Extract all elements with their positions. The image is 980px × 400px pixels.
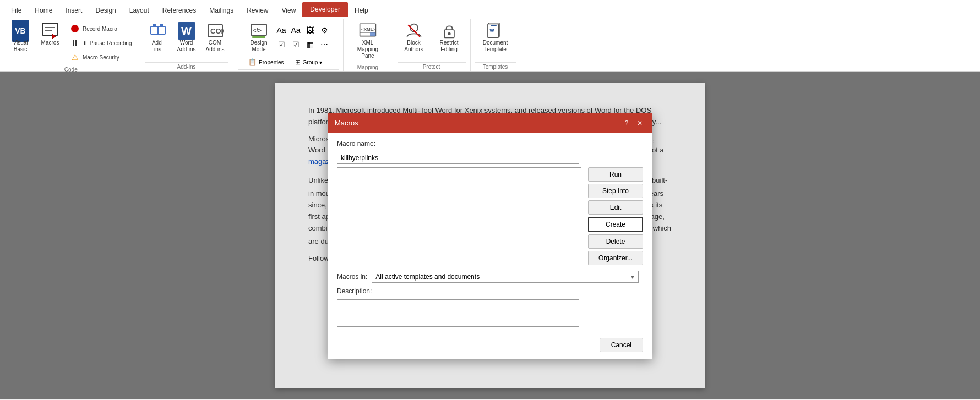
- dialog-help-button[interactable]: ?: [621, 118, 632, 129]
- code-small-btns: Record Macro ⏸ Pause Recording ⚠: [66, 22, 135, 64]
- control-combo-icon[interactable]: ▦: [303, 38, 317, 51]
- tab-help[interactable]: Help: [348, 4, 375, 17]
- record-macro-button[interactable]: Record Macro: [66, 22, 135, 35]
- ribbon-container: File Home Insert Design Layout Reference…: [0, 0, 980, 72]
- record-macro-icon: [69, 23, 80, 34]
- macro-security-button[interactable]: ⚠ Macro Security: [66, 51, 135, 64]
- svg-text:COM: COM: [210, 27, 224, 35]
- run-button[interactable]: Run: [588, 167, 643, 182]
- protect-group-content: BlockAuthors RestrictEditing: [398, 19, 466, 62]
- design-mode-button[interactable]: </> DesignMode: [245, 20, 273, 55]
- group-label: Group ▾: [303, 59, 323, 65]
- dialog-footer-buttons: Cancel: [337, 333, 643, 352]
- control-check2-icon[interactable]: ☑: [289, 38, 302, 51]
- templates-group-label: Templates: [475, 62, 516, 71]
- svg-rect-25: [491, 25, 497, 26]
- tab-layout[interactable]: Layout: [123, 4, 156, 17]
- dialog-title: Macros: [335, 119, 358, 127]
- word-add-ins-button[interactable]: W WordAdd-ins: [173, 20, 200, 55]
- tab-mailings[interactable]: Mailings: [203, 4, 240, 17]
- com-add-ins-button[interactable]: COM COMAdd-ins: [202, 20, 228, 55]
- ribbon-group-templates: W DocumentTemplate Templates: [471, 19, 520, 71]
- word-add-ins-icon: W: [178, 22, 195, 40]
- xml-mapping-icon: <XML>: [359, 22, 377, 40]
- step-into-button[interactable]: Step Into: [588, 184, 643, 198]
- restrict-editing-icon: [440, 22, 458, 40]
- add-ins-button[interactable]: Add-ins: [145, 20, 171, 55]
- properties-icon: 📋: [248, 58, 257, 66]
- word-add-ins-label: WordAdd-ins: [177, 40, 196, 53]
- pause-recording-button[interactable]: ⏸ Pause Recording: [66, 36, 135, 50]
- tab-review[interactable]: Review: [240, 4, 275, 17]
- macro-list[interactable]: [337, 167, 581, 266]
- description-label: Description:: [337, 287, 372, 295]
- properties-button[interactable]: 📋 Properties: [245, 57, 287, 67]
- macros-icon: [41, 22, 59, 40]
- xml-mapping-label: XML MappingPane: [351, 40, 384, 59]
- control-aa-icon[interactable]: Aa: [275, 24, 288, 37]
- control-legacy-icon[interactable]: ⚙: [318, 24, 331, 37]
- macros-in-select[interactable]: All active templates and documents Norma…: [372, 271, 639, 283]
- svg-text:</>: </>: [253, 27, 262, 34]
- document-template-icon: W: [487, 22, 504, 40]
- block-authors-icon: [405, 22, 423, 40]
- svg-point-22: [448, 32, 450, 35]
- macros-button[interactable]: Macros: [36, 20, 64, 48]
- addins-group-label: Add-ins: [145, 62, 228, 71]
- macro-name-row: Macro name:: [337, 140, 643, 147]
- macros-in-select-wrapper: All active templates and documents Norma…: [372, 271, 639, 283]
- tab-developer[interactable]: Developer: [302, 2, 348, 17]
- tab-file[interactable]: File: [4, 4, 28, 17]
- description-input-row: [337, 299, 643, 327]
- xml-mapping-button[interactable]: <XML> XML MappingPane: [348, 20, 388, 62]
- dialog-close-button[interactable]: ✕: [634, 118, 645, 129]
- cancel-button[interactable]: Cancel: [600, 338, 643, 352]
- create-button[interactable]: Create: [588, 217, 643, 232]
- macros-dialog: Macros ? ✕ Macro name:: [328, 113, 652, 359]
- restrict-editing-label: RestrictEditing: [440, 40, 459, 53]
- dialog-left-panel: [337, 167, 581, 266]
- mapping-group-label: Mapping: [348, 63, 388, 72]
- visual-basic-button[interactable]: VB VisualBasic: [7, 20, 34, 55]
- block-authors-label: BlockAuthors: [404, 40, 423, 53]
- block-authors-button[interactable]: BlockAuthors: [398, 20, 431, 55]
- tab-view[interactable]: View: [275, 4, 303, 17]
- main-area: In 1981, Microsoft introduced Multi-Tool…: [0, 72, 980, 399]
- dialog-header: Macros ? ✕: [328, 113, 652, 133]
- control-more-icon[interactable]: ⋯: [318, 38, 331, 51]
- macro-security-icon: ⚠: [69, 52, 80, 63]
- macro-name-input-row: [337, 152, 643, 164]
- design-mode-icon: </>: [250, 22, 268, 40]
- group-button[interactable]: ⊞ Group ▾: [292, 57, 326, 67]
- tab-home[interactable]: Home: [28, 4, 59, 17]
- organizer-button[interactable]: Organizer...: [588, 251, 643, 265]
- addins-group-content: Add-ins W WordAdd-ins COM COMAdd-: [145, 19, 228, 62]
- macro-security-label: Macro Security: [83, 54, 119, 61]
- macro-name-input[interactable]: [337, 152, 579, 164]
- tab-insert[interactable]: Insert: [59, 4, 89, 17]
- group-icon: ⊞: [295, 58, 301, 66]
- restrict-editing-button[interactable]: RestrictEditing: [433, 20, 466, 55]
- delete-button[interactable]: Delete: [588, 234, 643, 249]
- ribbon-group-controls: </> DesignMode Aa Aa 🖼 ⚙: [233, 19, 344, 71]
- document-template-button[interactable]: W DocumentTemplate: [476, 20, 515, 55]
- tab-bar: File Home Insert Design Layout Reference…: [0, 0, 980, 17]
- svg-text:<XML>: <XML>: [361, 27, 376, 32]
- tab-design[interactable]: Design: [89, 4, 122, 17]
- mapping-group-content: <XML> XML MappingPane: [348, 19, 388, 63]
- tab-references[interactable]: References: [156, 4, 203, 17]
- properties-label: Properties: [259, 59, 284, 65]
- control-check-icon[interactable]: ☑: [275, 38, 288, 51]
- templates-group-content: W DocumentTemplate: [476, 19, 515, 62]
- ribbon-group-mapping: <XML> XML MappingPane Mapping: [344, 19, 393, 71]
- control-image-icon[interactable]: 🖼: [303, 24, 317, 37]
- control-aa2-icon[interactable]: Aa: [289, 24, 302, 37]
- visual-basic-label: VisualBasic: [13, 40, 28, 53]
- description-textarea[interactable]: [337, 299, 579, 327]
- ribbon-group-code: VB VisualBasic Macros: [2, 19, 140, 71]
- svg-rect-8: [153, 24, 156, 26]
- vb-logo: VB: [12, 20, 29, 42]
- description-row: Description:: [337, 287, 643, 295]
- visual-basic-icon: VB: [12, 22, 29, 40]
- edit-button[interactable]: Edit: [588, 200, 643, 215]
